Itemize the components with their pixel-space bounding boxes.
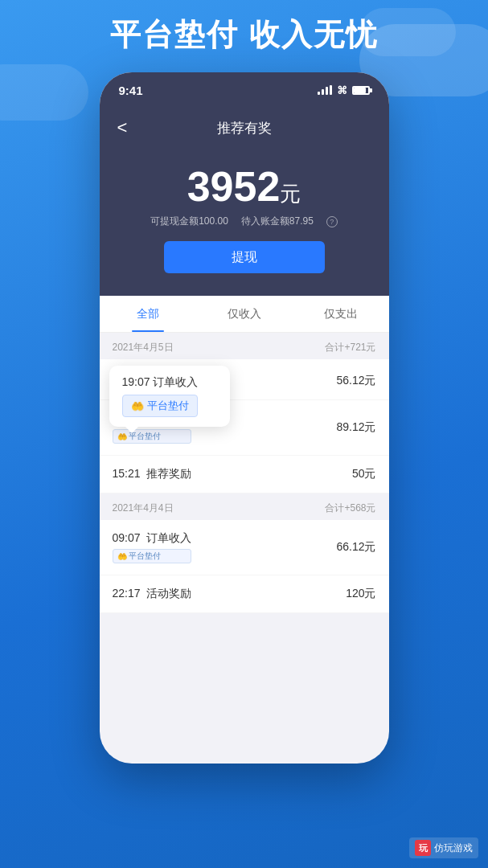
transaction-amount-2: 89.12元 [336, 420, 375, 435]
date-total-2: 合计+568元 [325, 502, 375, 515]
transaction-info: 09:07 订单收入 🤲 平台垫付 [113, 531, 192, 563]
transaction-amount-3: 50元 [352, 467, 376, 481]
tooltip-title: 19:07 订单收入 [122, 375, 217, 390]
transaction-amount-1: 56.12元 [336, 374, 375, 388]
hand-icon: 🤲 [117, 432, 127, 441]
balance-sub-info: 可提现金额100.00 待入账金额87.95 ? [119, 215, 370, 228]
back-button[interactable]: < [114, 114, 131, 141]
tab-expense-only[interactable]: 仅支出 [293, 296, 389, 332]
status-icons: ⌘ [318, 84, 370, 96]
watermark: 玩 仿玩游戏 [409, 837, 478, 858]
transaction-amount-5: 120元 [346, 587, 375, 601]
status-time: 9:41 [119, 84, 143, 97]
tooltip-badge-label: 平台垫付 [147, 399, 189, 413]
transaction-title: 15:21 推荐奖励 [113, 467, 192, 481]
date-label-1: 2021年4月5日 [113, 341, 174, 354]
transaction-info: 15:21 推荐奖励 [113, 467, 192, 481]
balance-amount: 3952元 [119, 164, 370, 210]
tab-income-only[interactable]: 仅收入 [196, 296, 293, 332]
phone-mockup: 9:41 ⌘ < 推荐有奖 3952元 可提现金额100.00 待入账金额87.… [100, 72, 389, 764]
transaction-title: 09:07 订单收入 [113, 531, 192, 546]
status-bar: 9:41 ⌘ [100, 72, 389, 108]
cloud-decoration-3 [0, 64, 88, 121]
transaction-title: 22:17 活动奖励 [113, 587, 192, 601]
filter-tabs: 全部 仅收入 仅支出 [100, 296, 389, 333]
page-headline: 平台垫付 收入无忧 [0, 14, 488, 55]
date-total-1: 合计+721元 [325, 341, 375, 354]
transaction-amount-4: 66.12元 [336, 540, 375, 555]
date-label-2: 2021年4月4日 [113, 502, 174, 515]
battery-icon [352, 86, 370, 95]
hand-icon: 🤲 [117, 552, 127, 561]
transaction-row: 19:07 订单收入 🤲 平台垫付 56.12元 [100, 359, 389, 400]
nav-bar: < 推荐有奖 [100, 108, 389, 148]
platform-badge-small: 🤲 平台垫付 [113, 429, 192, 444]
nav-title: 推荐有奖 [217, 119, 272, 137]
wifi-icon: ⌘ [337, 84, 347, 96]
transaction-row: 22:17 活动奖励 120元 [100, 575, 389, 613]
signal-icon [318, 85, 332, 95]
tab-all[interactable]: 全部 [100, 296, 196, 332]
platform-badge-small: 🤲 平台垫付 [113, 549, 192, 563]
transaction-row: 15:21 推荐奖励 50元 [100, 456, 389, 493]
balance-section: 3952元 可提现金额100.00 待入账金额87.95 ? 提现 [100, 148, 389, 296]
date-header-1: 2021年4月5日 合计+721元 [100, 333, 389, 359]
watermark-logo: 玩 [415, 840, 431, 856]
hand-money-icon: 🤲 [131, 400, 144, 412]
pending-label: 待入账金额87.95 [241, 215, 314, 228]
transaction-row: 09:07 订单收入 🤲 平台垫付 66.12元 [100, 520, 389, 575]
tooltip-badge: 🤲 平台垫付 [122, 395, 198, 417]
transaction-list: 2021年4月5日 合计+721元 19:07 订单收入 🤲 平台垫付 56.1… [100, 333, 389, 613]
transaction-info: 22:17 活动奖励 [113, 587, 192, 601]
withdraw-button[interactable]: 提现 [164, 241, 325, 273]
tooltip-popup: 19:07 订单收入 🤲 平台垫付 [109, 366, 230, 427]
watermark-text: 仿玩游戏 [434, 841, 473, 855]
help-icon[interactable]: ? [326, 216, 338, 227]
withdrawable-label: 可提现金额100.00 [150, 215, 228, 228]
date-header-2: 2021年4月4日 合计+568元 [100, 493, 389, 520]
